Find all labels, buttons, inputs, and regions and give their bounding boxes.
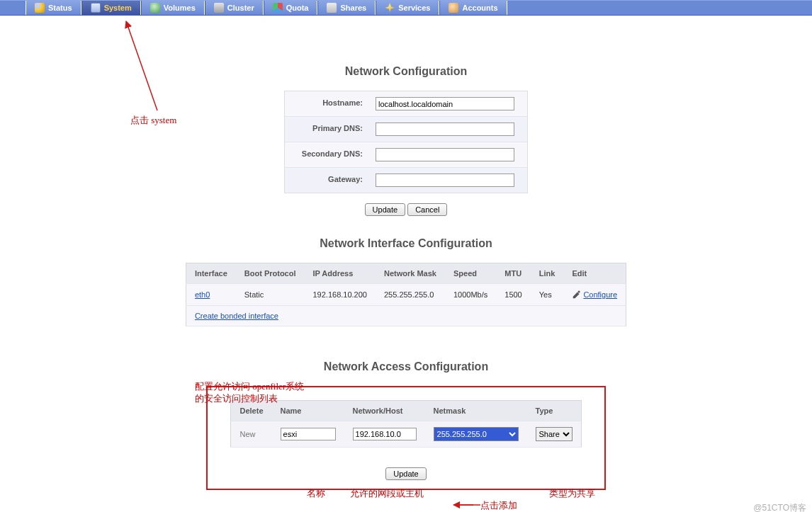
access-type-select[interactable]: Share (536, 427, 573, 441)
th-ip: IP Address (305, 263, 376, 284)
heading-interface-config: Network Interface Configuration (26, 237, 786, 250)
cluster-icon (214, 3, 224, 13)
th-link: Link (531, 263, 564, 284)
cell-link: Yes (531, 284, 564, 306)
volumes-icon (150, 3, 160, 13)
system-icon (91, 3, 101, 13)
status-icon (35, 3, 45, 13)
update-button[interactable]: Update (365, 203, 405, 216)
cancel-button[interactable]: Cancel (407, 203, 447, 216)
interface-row: eth0 Static 192.168.10.200 255.255.255.0… (186, 284, 626, 306)
gateway-input[interactable] (376, 173, 514, 187)
th-mask: Network Mask (376, 263, 445, 284)
cell-mtu: 1500 (496, 284, 530, 306)
tab-label: Accounts (462, 4, 497, 12)
tab-shares[interactable]: Shares (317, 1, 376, 15)
tab-quota[interactable]: Quota (264, 1, 318, 15)
tab-label: Quota (286, 4, 309, 12)
shares-icon (327, 3, 337, 13)
th-speed: Speed (445, 263, 496, 284)
cell-mask: 255.255.255.0 (376, 284, 445, 306)
heading-access-config: Network Access Configuration (26, 360, 786, 373)
tab-system[interactable]: System (81, 1, 141, 15)
cell-ip: 192.168.10.200 (305, 284, 376, 306)
tab-volumes[interactable]: Volumes (141, 1, 205, 15)
cell-new: New (231, 421, 272, 448)
create-bonded-link[interactable]: Create bonded interface (195, 312, 278, 320)
tab-label: Shares (340, 4, 366, 12)
th-netmask: Netmask (425, 401, 527, 421)
tab-accounts[interactable]: Accounts (439, 1, 507, 15)
access-netmask-select[interactable]: 255.255.255.0 (434, 427, 519, 441)
access-update-button[interactable]: Update (385, 467, 426, 480)
interface-eth0-link[interactable]: eth0 (195, 290, 210, 299)
heading-network-config: Network Configuration (26, 65, 786, 78)
th-delete: Delete (231, 401, 272, 421)
tab-status[interactable]: Status (26, 1, 81, 15)
configure-link[interactable]: Configure (583, 290, 617, 299)
secondary-dns-input[interactable] (376, 148, 514, 161)
tab-cluster[interactable]: Cluster (205, 1, 264, 15)
watermark: @51CTO博客 (753, 502, 806, 512)
access-new-row: New 255.255.255.0 Share (231, 421, 581, 448)
services-icon (385, 3, 395, 13)
tab-label: Status (48, 4, 72, 12)
tab-label: Cluster (227, 4, 254, 12)
th-host: Network/Host (344, 401, 425, 421)
access-config-box: Delete Name Network/Host Netmask Type Ne… (206, 386, 606, 490)
tab-services[interactable]: Services (376, 1, 439, 15)
accounts-icon (449, 3, 458, 13)
configure-icon (572, 290, 582, 300)
svg-rect-0 (578, 290, 581, 293)
tab-label: System (104, 4, 132, 12)
gateway-label: Gateway: (285, 168, 370, 193)
cell-speed: 1000Mb/s (445, 284, 496, 306)
access-name-input[interactable] (281, 428, 336, 440)
primary-dns-input[interactable] (376, 123, 514, 136)
th-interface: Interface (186, 263, 235, 284)
th-type: Type (527, 401, 582, 421)
tab-label: Services (398, 4, 430, 12)
hostname-input[interactable] (376, 97, 514, 110)
page-body: Network Configuration Hostname: Primary … (26, 30, 786, 512)
primary-dns-label: Primary DNS: (285, 117, 370, 142)
secondary-dns-label: Secondary DNS: (285, 142, 370, 167)
tab-label: Volumes (164, 4, 196, 12)
main-nav: StatusSystemVolumesClusterQuotaSharesSer… (0, 0, 812, 16)
access-host-input[interactable] (353, 428, 417, 440)
th-mtu: MTU (496, 263, 530, 284)
hostname-label: Hostname: (285, 91, 370, 116)
interface-table: Interface Boot Protocol IP Address Netwo… (186, 263, 626, 326)
th-boot: Boot Protocol (236, 263, 305, 284)
quota-icon (273, 3, 283, 13)
th-edit: Edit (563, 263, 626, 284)
access-table: Delete Name Network/Host Netmask Type Ne… (230, 400, 581, 448)
th-name: Name (272, 401, 344, 421)
cell-boot: Static (236, 284, 305, 306)
network-config-form: Hostname: Primary DNS: Secondary DNS: Ga… (284, 91, 528, 193)
